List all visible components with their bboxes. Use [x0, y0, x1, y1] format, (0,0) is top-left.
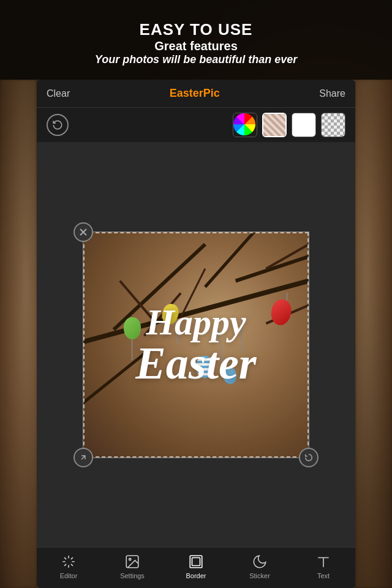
svg-rect-18 [192, 558, 200, 566]
white-swatch [292, 113, 316, 137]
rotate-button[interactable] [47, 114, 69, 136]
bg-option-white[interactable] [292, 113, 316, 137]
easter-text-overlay: Happy Easter [98, 304, 294, 386]
bottom-nav: Editor Settings Border [37, 547, 355, 588]
text-icon [315, 554, 331, 570]
rotate-icon [52, 119, 63, 130]
nav-label-settings: Settings [120, 572, 145, 579]
svg-point-16 [129, 559, 131, 560]
bg-option-pattern[interactable] [262, 113, 287, 137]
easter-photo: Happy Easter [83, 232, 309, 458]
happy-text: Happy [98, 304, 294, 341]
bg-option-transparent[interactable] [321, 113, 345, 137]
svg-line-4 [236, 256, 309, 281]
resize-icon [79, 453, 88, 462]
toolbar: Clear EasterPic Share [37, 80, 355, 108]
close-handle[interactable] [74, 222, 93, 242]
nav-label-editor: Editor [60, 572, 78, 579]
border-icon [188, 554, 204, 570]
nav-item-settings[interactable]: Settings [100, 554, 164, 579]
options-bar [37, 108, 355, 142]
moon-icon [252, 554, 268, 570]
app-title: EasterPic [170, 87, 220, 100]
bg-options [233, 113, 345, 137]
promo-line3: Your photos will be beautiful than ever [95, 53, 297, 66]
nav-item-border[interactable]: Border [164, 554, 228, 579]
image-icon [124, 554, 140, 570]
nav-label-sticker: Sticker [249, 572, 270, 579]
easter-word: Easter [98, 341, 294, 386]
promo-line1: EASY TO USE [140, 20, 253, 39]
clear-button[interactable]: Clear [47, 88, 70, 99]
image-canvas[interactable]: Happy Easter [83, 232, 309, 458]
nav-label-text: Text [317, 572, 330, 579]
nav-item-sticker[interactable]: Sticker [228, 554, 292, 579]
bg-option-rainbow[interactable] [233, 113, 257, 137]
pattern-swatch [263, 114, 287, 137]
sparkle-icon [61, 554, 77, 570]
promo-banner: EASY TO USE Great features Your photos w… [0, 0, 392, 80]
share-button[interactable]: Share [319, 88, 345, 99]
rotate-corner-handle[interactable] [299, 448, 318, 467]
phone-frame: EASY TO USE Great features Your photos w… [0, 0, 392, 588]
nav-label-border: Border [186, 572, 206, 579]
nav-item-text[interactable]: Text [292, 554, 355, 579]
transparent-swatch [322, 113, 345, 137]
rotate-corner-icon [304, 453, 313, 462]
app-container: Clear EasterPic Share [37, 80, 355, 588]
nav-item-editor[interactable]: Editor [37, 554, 100, 579]
side-strip-left [0, 80, 37, 588]
rainbow-swatch [233, 113, 255, 135]
side-strip-right [355, 80, 392, 588]
canvas-area[interactable]: Happy Easter [37, 142, 355, 547]
resize-handle[interactable] [74, 448, 93, 467]
promo-line2: Great features [154, 39, 238, 53]
